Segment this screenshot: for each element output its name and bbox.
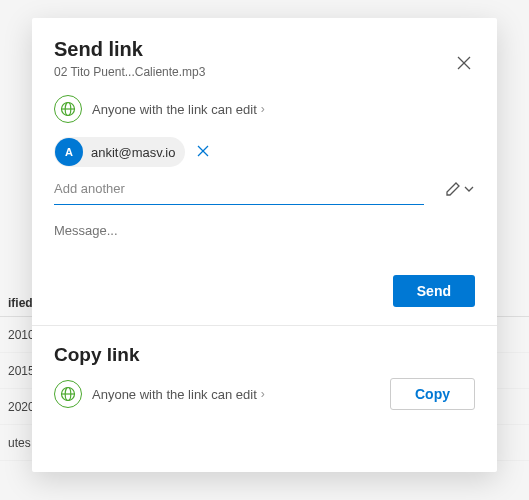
add-recipient-input[interactable] — [54, 173, 424, 205]
send-row: Send — [32, 275, 497, 325]
copy-button[interactable]: Copy — [390, 378, 475, 410]
globe-icon — [54, 95, 82, 123]
title-block: Send link 02 Tito Puent...Caliente.mp3 — [54, 38, 205, 79]
recipient-chip[interactable]: A ankit@masv.io — [54, 137, 185, 167]
permission-setting-copy[interactable]: Anyone with the link can edit › — [54, 380, 265, 408]
copy-link-title: Copy link — [54, 344, 475, 366]
chevron-right-icon: › — [261, 102, 265, 116]
pencil-icon — [445, 181, 461, 197]
remove-recipient-button[interactable] — [193, 141, 213, 164]
close-icon — [197, 145, 209, 157]
copy-row: Anyone with the link can edit › Copy — [54, 378, 475, 410]
recipients-row: A ankit@masv.io — [32, 131, 497, 169]
file-name: 02 Tito Puent...Caliente.mp3 — [54, 65, 205, 79]
globe-icon — [54, 380, 82, 408]
send-button[interactable]: Send — [393, 275, 475, 307]
dialog-header: Send link 02 Tito Puent...Caliente.mp3 — [32, 18, 497, 87]
dialog-title: Send link — [54, 38, 205, 61]
send-link-dialog: Send link 02 Tito Puent...Caliente.mp3 A… — [32, 18, 497, 472]
add-recipient-row — [32, 169, 497, 205]
avatar: A — [55, 138, 83, 166]
chevron-right-icon: › — [261, 387, 265, 401]
close-icon — [457, 56, 471, 70]
chevron-down-icon — [463, 183, 475, 195]
permission-text: Anyone with the link can edit › — [92, 102, 265, 117]
recipient-email: ankit@masv.io — [91, 145, 175, 160]
close-button[interactable] — [453, 52, 475, 74]
permission-setting-send[interactable]: Anyone with the link can edit › — [32, 87, 497, 131]
copy-link-section: Copy link Anyone with the link can edit … — [32, 326, 497, 430]
edit-permission-button[interactable] — [445, 181, 475, 197]
permission-text: Anyone with the link can edit › — [92, 387, 265, 402]
message-input[interactable] — [32, 205, 497, 275]
